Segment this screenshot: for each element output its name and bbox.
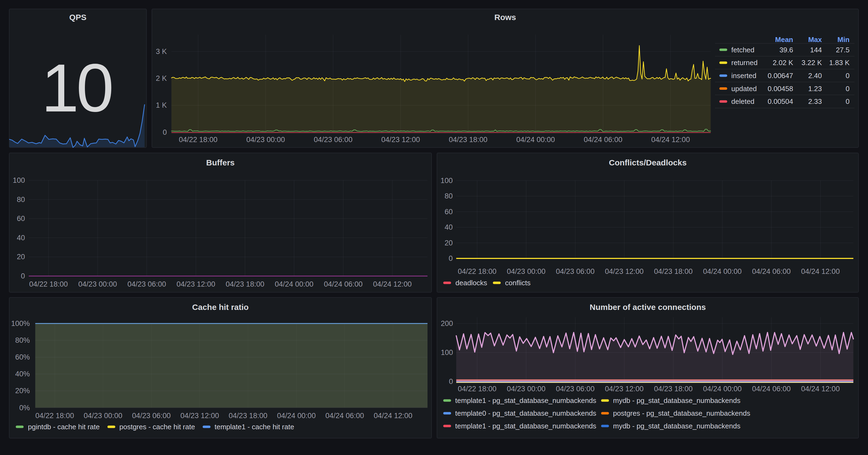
svg-text:04/22 18:00: 04/22 18:00 — [29, 280, 68, 288]
svg-text:fetched: fetched — [731, 46, 754, 54]
svg-text:04/24 12:00: 04/24 12:00 — [651, 136, 690, 144]
svg-text:Number of active connections: Number of active connections — [590, 303, 706, 312]
svg-text:conflicts: conflicts — [505, 279, 531, 287]
svg-text:04/24 00:00: 04/24 00:00 — [275, 280, 314, 288]
svg-text:returned: returned — [731, 59, 757, 67]
svg-text:Buffers: Buffers — [206, 158, 235, 167]
svg-text:04/23 00:00: 04/23 00:00 — [507, 385, 546, 393]
svg-text:20: 20 — [17, 253, 25, 261]
svg-text:mydb - pg_stat_database_numbac: mydb - pg_stat_database_numbackends — [613, 396, 741, 404]
svg-text:template1 - cache hit rate: template1 - cache hit rate — [215, 423, 294, 431]
svg-text:inserted: inserted — [731, 72, 756, 80]
svg-text:0: 0 — [449, 378, 453, 386]
svg-text:postgres - cache hit rate: postgres - cache hit rate — [119, 423, 195, 431]
svg-text:04/23 18:00: 04/23 18:00 — [654, 267, 693, 275]
svg-text:mydb - pg_stat_database_numbac: mydb - pg_stat_database_numbackends — [613, 422, 741, 430]
svg-text:0.00504: 0.00504 — [768, 97, 793, 105]
svg-text:Conflicts/Deadlocks: Conflicts/Deadlocks — [609, 158, 687, 167]
svg-text:2 K: 2 K — [156, 74, 167, 83]
svg-text:04/24 06:00: 04/24 06:00 — [752, 385, 791, 393]
svg-text:pgintdb - cache hit rate: pgintdb - cache hit rate — [28, 423, 100, 431]
svg-text:04/23 00:00: 04/23 00:00 — [507, 267, 546, 275]
svg-text:0.00458: 0.00458 — [768, 85, 793, 93]
svg-text:updated: updated — [731, 85, 757, 93]
svg-text:04/23 06:00: 04/23 06:00 — [314, 136, 352, 144]
svg-text:04/23 06:00: 04/23 06:00 — [132, 412, 171, 420]
svg-text:deadlocks: deadlocks — [456, 279, 487, 287]
svg-text:100: 100 — [441, 349, 453, 357]
svg-text:04/24 00:00: 04/24 00:00 — [703, 267, 742, 275]
svg-text:04/24 00:00: 04/24 00:00 — [703, 385, 742, 393]
svg-text:0: 0 — [163, 128, 167, 136]
svg-text:Min: Min — [837, 35, 849, 44]
svg-text:04/23 00:00: 04/23 00:00 — [79, 280, 117, 288]
svg-text:04/23 12:00: 04/23 12:00 — [180, 412, 219, 420]
svg-text:20: 20 — [444, 239, 453, 247]
svg-text:200: 200 — [441, 319, 453, 328]
svg-text:1.83 K: 1.83 K — [829, 59, 850, 67]
svg-text:04/24 12:00: 04/24 12:00 — [374, 412, 412, 420]
svg-text:04/24 12:00: 04/24 12:00 — [801, 385, 840, 393]
svg-text:04/22 18:00: 04/22 18:00 — [179, 136, 218, 144]
svg-text:80: 80 — [17, 195, 25, 204]
svg-text:2.40: 2.40 — [808, 72, 822, 80]
svg-text:04/24 12:00: 04/24 12:00 — [801, 267, 840, 275]
svg-text:3.22 K: 3.22 K — [802, 59, 822, 67]
svg-text:144: 144 — [810, 46, 822, 54]
svg-text:deleted: deleted — [731, 97, 754, 105]
svg-text:Cache hit ratio: Cache hit ratio — [192, 303, 248, 312]
svg-text:2.33: 2.33 — [808, 97, 822, 105]
svg-text:2.02 K: 2.02 K — [773, 59, 794, 67]
svg-text:100%: 100% — [11, 319, 30, 328]
svg-text:40: 40 — [17, 234, 25, 242]
svg-text:0%: 0% — [19, 404, 30, 412]
svg-text:04/23 00:00: 04/23 00:00 — [246, 136, 285, 144]
svg-text:40: 40 — [444, 223, 453, 231]
svg-text:0: 0 — [448, 254, 453, 262]
svg-text:60: 60 — [444, 208, 453, 216]
svg-text:04/23 12:00: 04/23 12:00 — [177, 280, 215, 288]
svg-text:postgres - pg_stat_database_nu: postgres - pg_stat_database_numbackends — [613, 409, 750, 417]
svg-text:04/23 18:00: 04/23 18:00 — [229, 412, 268, 420]
svg-text:04/23 00:00: 04/23 00:00 — [84, 412, 122, 420]
svg-text:0.00647: 0.00647 — [768, 72, 793, 80]
svg-text:04/23 12:00: 04/23 12:00 — [605, 385, 644, 393]
svg-text:40%: 40% — [15, 370, 30, 378]
svg-text:0: 0 — [846, 72, 849, 80]
svg-text:0: 0 — [846, 85, 849, 93]
svg-text:template0 - pg_stat_database_n: template0 - pg_stat_database_numbackends — [455, 409, 596, 417]
svg-text:04/23 18:00: 04/23 18:00 — [448, 136, 488, 144]
svg-text:27.5: 27.5 — [836, 46, 849, 54]
svg-text:3 K: 3 K — [156, 47, 167, 56]
svg-text:60%: 60% — [15, 353, 30, 361]
svg-text:QPS: QPS — [69, 13, 86, 22]
svg-text:04/24 06:00: 04/24 06:00 — [325, 412, 364, 420]
svg-text:04/22 18:00: 04/22 18:00 — [458, 267, 497, 275]
svg-text:1 K: 1 K — [156, 101, 167, 109]
svg-text:Rows: Rows — [494, 13, 516, 22]
svg-text:04/23 06:00: 04/23 06:00 — [556, 385, 595, 393]
svg-text:100: 100 — [13, 176, 25, 184]
svg-text:template1 - pg_stat_database_n: template1 - pg_stat_database_numbackends — [455, 422, 596, 430]
svg-text:04/24 06:00: 04/24 06:00 — [584, 136, 622, 144]
svg-text:Mean: Mean — [775, 35, 793, 44]
svg-text:10: 10 — [41, 50, 112, 126]
svg-text:04/23 12:00: 04/23 12:00 — [381, 136, 420, 144]
svg-text:39.6: 39.6 — [779, 46, 793, 54]
svg-text:04/24 00:00: 04/24 00:00 — [516, 136, 555, 144]
svg-text:04/24 06:00: 04/24 06:00 — [752, 267, 791, 275]
svg-text:04/23 18:00: 04/23 18:00 — [226, 280, 265, 288]
svg-text:04/23 18:00: 04/23 18:00 — [654, 385, 693, 393]
svg-text:04/23 06:00: 04/23 06:00 — [127, 280, 166, 288]
svg-text:04/22 18:00: 04/22 18:00 — [35, 412, 74, 420]
svg-text:04/24 12:00: 04/24 12:00 — [373, 280, 412, 288]
svg-text:04/24 00:00: 04/24 00:00 — [277, 412, 316, 420]
svg-text:100: 100 — [440, 176, 453, 185]
svg-text:0: 0 — [21, 272, 25, 280]
svg-text:04/23 12:00: 04/23 12:00 — [605, 267, 644, 275]
svg-text:80%: 80% — [15, 336, 30, 345]
svg-text:Max: Max — [808, 35, 822, 44]
svg-text:template1 - pg_stat_database_n: template1 - pg_stat_database_numbackends — [455, 396, 596, 404]
svg-text:0: 0 — [846, 97, 849, 105]
svg-text:04/24 06:00: 04/24 06:00 — [324, 280, 363, 288]
